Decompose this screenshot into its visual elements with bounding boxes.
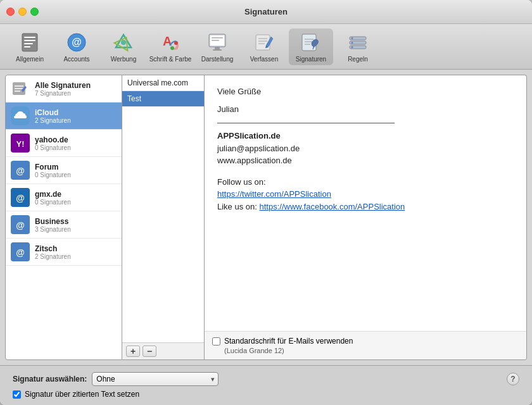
standardschrift-checkbox[interactable] — [212, 337, 220, 346]
account-icon-all — [11, 79, 30, 98]
font-info: (Lucida Grande 12) — [224, 347, 519, 354]
svg-point-10 — [170, 46, 174, 50]
svg-rect-0 — [22, 34, 37, 51]
account-text-business: Business 3 Signaturen — [35, 217, 71, 233]
add-signature-button[interactable]: + — [126, 346, 140, 357]
werbung-label: Werbung — [111, 56, 136, 63]
remove-signature-button[interactable]: − — [142, 346, 156, 357]
signatur-ueber-zitat-checkbox[interactable] — [13, 390, 21, 399]
preview-content: Viele Grüße Julian APPSlication.de julia… — [205, 75, 526, 331]
account-text-zitsch: Zitsch 2 Signaturen — [35, 244, 71, 260]
account-item-gmx[interactable]: @ gmx.de 0 Signaturen — [6, 184, 122, 211]
sig-item-universal[interactable]: Universal me.com — [122, 75, 204, 91]
account-sub-gmx: 0 Signaturen — [35, 199, 71, 206]
account-text-forum: Forum 0 Signaturen — [35, 163, 71, 178]
signatur-auswahl-row: Signatur auswählen: Ohne Universal me.co… — [13, 372, 519, 386]
account-icon-business: @ — [11, 215, 30, 234]
sig-item-test[interactable]: Test — [122, 91, 204, 107]
account-sub-forum: 0 Signaturen — [35, 171, 71, 178]
svg-rect-3 — [24, 43, 33, 44]
preview-greeting: Viele Grüße — [217, 85, 514, 98]
window-title: Signaturen — [244, 7, 288, 16]
svg-rect-15 — [212, 40, 219, 41]
verfassen-icon — [253, 31, 276, 54]
svg-point-7 — [121, 40, 126, 45]
account-item-business[interactable]: @ Business 3 Signaturen — [6, 211, 122, 239]
toolbar-item-werbung[interactable]: Werbung — [101, 28, 146, 65]
account-name-business: Business — [35, 217, 71, 226]
account-item-forum[interactable]: @ Forum 0 Signaturen — [6, 157, 122, 184]
toolbar-item-accounts[interactable]: @ Accounts — [54, 28, 99, 65]
account-icon-forum: @ — [11, 161, 30, 180]
signatures-list: Universal me.com Test — [122, 75, 204, 342]
toolbar-item-signaturen[interactable]: Signaturen — [289, 28, 333, 65]
svg-rect-17 — [213, 49, 222, 51]
signaturen-label: Signaturen — [296, 56, 326, 63]
regeln-label: Regeln — [348, 56, 368, 63]
account-icon-gmx: @ — [11, 188, 30, 207]
account-item-yahoo[interactable]: Y! yahoo.de 0 Signaturen — [6, 130, 122, 157]
signatures-toolbar: + − — [122, 342, 204, 359]
account-text-gmx: gmx.de 0 Signaturen — [35, 190, 71, 206]
minimize-button[interactable] — [18, 8, 27, 16]
svg-point-11 — [174, 41, 178, 45]
preview-company-bold: APPSlication.de — [217, 131, 281, 140]
main-window: Signaturen Allgemein @ — [0, 0, 532, 405]
svg-text:@: @ — [16, 193, 25, 203]
toolbar-item-schrift[interactable]: A Schrift & Farbe — [148, 28, 193, 65]
account-name-all: Alle Signaturen — [35, 81, 91, 90]
svg-point-30 — [352, 42, 353, 44]
svg-point-31 — [352, 46, 353, 48]
svg-text:Y!: Y! — [16, 139, 25, 149]
preview-facebook-link: https://www.facebook.com/APPSlication — [260, 202, 405, 211]
preview-panel: Viele Grüße Julian APPSlication.de julia… — [205, 75, 527, 360]
signatures-panel: Universal me.com Test + − — [122, 75, 205, 360]
main-content: Alle Signaturen 7 Signaturen iCloud 2 Si… — [0, 70, 532, 365]
allgemein-label: Allgemein — [16, 56, 44, 63]
preview-divider — [217, 123, 395, 123]
standardschrift-row: Standardschrift für E-Mails verwenden — [212, 337, 519, 346]
toolbar-item-verfassen[interactable]: Verfassen — [242, 28, 286, 65]
accounts-panel: Alle Signaturen 7 Signaturen iCloud 2 Si… — [5, 75, 122, 360]
preview-email: julian@appslication.de — [217, 142, 514, 155]
preview-company: APPSlication.de — [217, 130, 514, 142]
svg-rect-16 — [215, 47, 220, 49]
signatur-ueber-zitat-label: Signatur über zitierten Text setzen — [25, 390, 139, 399]
account-text-yahoo: yahoo.de 0 Signaturen — [35, 135, 71, 151]
account-name-gmx: gmx.de — [35, 190, 71, 199]
account-item-icloud[interactable]: iCloud 2 Signaturen — [6, 103, 122, 130]
account-item-zitsch[interactable]: @ Zitsch 2 Signaturen — [6, 239, 122, 266]
account-sub-business: 3 Signaturen — [35, 226, 71, 233]
help-button[interactable]: ? — [507, 373, 519, 385]
account-text-icloud: iCloud 2 Signaturen — [35, 108, 71, 124]
svg-point-29 — [352, 37, 353, 39]
regeln-icon — [346, 31, 369, 54]
account-item-all[interactable]: Alle Signaturen 7 Signaturen — [6, 75, 122, 103]
signatur-dropdown[interactable]: Ohne Universal me.com Test — [92, 372, 218, 386]
svg-text:@: @ — [72, 37, 82, 47]
titlebar: Signaturen — [0, 0, 532, 24]
signatur-auswahl-label: Signatur auswählen: — [13, 375, 87, 383]
signatur-zitat-row: Signatur über zitierten Text setzen — [13, 390, 519, 399]
account-name-yahoo: yahoo.de — [35, 135, 71, 144]
account-sub-yahoo: 0 Signaturen — [35, 144, 71, 151]
svg-rect-14 — [212, 37, 223, 39]
signatur-select-wrap: Ohne Universal me.com Test — [92, 372, 218, 386]
close-button[interactable] — [6, 8, 15, 16]
account-name-icloud: iCloud — [35, 108, 71, 117]
account-sub-icloud: 2 Signaturen — [35, 117, 71, 124]
titlebar-buttons — [6, 8, 39, 16]
allgemein-icon — [18, 31, 41, 54]
preview-like-line: Like us on: https://www.facebook.com/APP… — [217, 201, 514, 213]
account-name-zitsch: Zitsch — [35, 244, 71, 253]
toolbar-item-allgemein[interactable]: Allgemein — [8, 28, 52, 65]
werbung-icon — [112, 31, 135, 54]
preview-follow-label: Follow us on: — [217, 176, 514, 189]
toolbar-item-regeln[interactable]: Regeln — [336, 28, 380, 65]
account-icon-icloud — [11, 106, 30, 125]
maximize-button[interactable] — [30, 8, 39, 16]
toolbar-item-darstellung[interactable]: Darstellung — [195, 28, 239, 65]
svg-rect-2 — [24, 40, 35, 41]
toolbar: Allgemein @ Accounts Werbung — [0, 24, 532, 70]
signaturen-icon — [300, 31, 322, 54]
